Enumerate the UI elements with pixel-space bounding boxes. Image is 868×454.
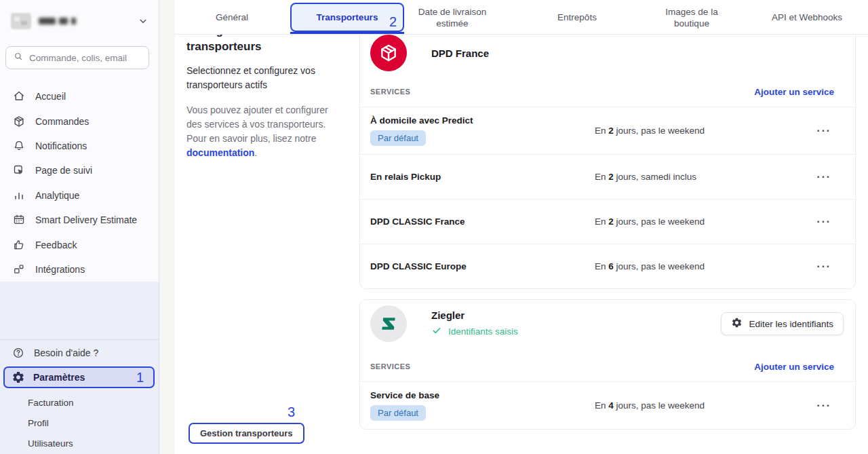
home-icon xyxy=(12,90,26,103)
sidebar-item-analytique[interactable]: Analytique xyxy=(0,183,159,208)
tab-label: Général xyxy=(216,12,248,23)
question-circle-icon xyxy=(12,346,25,360)
sidebar-item-smart-delivery-estimate[interactable]: Smart Delivery Estimate xyxy=(0,208,159,232)
global-search[interactable] xyxy=(5,46,149,69)
bell-icon xyxy=(12,139,26,153)
service-name: Service de base xyxy=(370,390,588,400)
sidebar-item-label: Notifications xyxy=(35,140,87,151)
annotation-step-1: 1 xyxy=(136,370,144,385)
sidebar-item-label: Commandes xyxy=(35,116,89,127)
tab-images-de-la-boutique[interactable]: Images de la boutique xyxy=(658,0,726,35)
sidebar-item-label: Page de suivi xyxy=(35,165,92,176)
service-delay: En 6 jours, pas le weekend xyxy=(595,261,810,271)
services-header: SERVICES Ajouter un service xyxy=(360,352,855,381)
ellipsis-menu-icon[interactable]: ··· xyxy=(810,399,837,413)
sidebar-item-commandes[interactable]: Commandes xyxy=(0,109,159,133)
service-name: En relais Pickup xyxy=(370,172,588,182)
settings-tabs: Général2TransporteursDate de livraison e… xyxy=(175,0,868,35)
services-label: SERVICES xyxy=(370,88,410,96)
sidebar-item-label: Paramètres xyxy=(33,372,85,383)
sidebar: Accueil Commandes Notifications Page de … xyxy=(0,0,159,454)
sidebar-item-accueil[interactable]: Accueil xyxy=(0,84,159,109)
service-row-service-de-base: Service de base Par défaut En 4 jours, p… xyxy=(360,381,855,429)
company-logo xyxy=(11,13,31,29)
default-badge: Par défaut xyxy=(370,405,426,421)
service-name: À domicile avec Predict xyxy=(370,115,588,126)
annotation-step-3: 3 xyxy=(288,404,295,420)
service-delay: En 2 jours, pas le weekend xyxy=(595,216,810,227)
documentation-link[interactable]: documentation xyxy=(186,147,254,158)
sidebar-item-notifications[interactable]: Notifications xyxy=(0,134,159,158)
sidebar-subitem-profil[interactable]: Profil xyxy=(0,413,159,433)
sidebar-item-label: Analytique xyxy=(35,190,79,201)
add-service-link[interactable]: Ajouter un service xyxy=(754,87,834,97)
content-gutter xyxy=(159,0,175,454)
carrier-name: DPD France xyxy=(431,48,489,59)
sidebar-item-label: Besoin d'aide ? xyxy=(34,347,98,358)
sidebar-item-integrations[interactable]: Intégrations xyxy=(0,257,159,282)
blocks-icon xyxy=(12,263,26,276)
sidebar-subitem-facturation[interactable]: Facturation xyxy=(0,392,159,413)
tab-label: Entrepôts xyxy=(557,12,597,23)
sidebar-nav: Accueil Commandes Notifications Page de … xyxy=(0,69,159,282)
calendar-icon xyxy=(12,213,26,227)
service-delay: En 2 jours, pas le weekend xyxy=(595,126,810,136)
sidebar-item-page-de-suivi[interactable]: Page de suivi xyxy=(0,158,159,183)
company-name-redacted xyxy=(39,18,76,24)
service-delay: En 2 jours, samedi inclus xyxy=(595,172,810,182)
credentials-status-label: Identifiants saisis xyxy=(448,326,518,337)
carriers-panel: DPD France SERVICES Ajouter un service À… xyxy=(359,0,856,430)
service-name: DPD CLASSIC France xyxy=(370,216,588,227)
carrier-card-dpd-france: DPD France SERVICES Ajouter un service À… xyxy=(359,29,856,289)
sidebar-item-label: Smart Delivery Estimate xyxy=(35,214,137,225)
app-root: Accueil Commandes Notifications Page de … xyxy=(0,0,868,454)
sidebar-item-label: Intégrations xyxy=(35,264,85,275)
tab-entrepots[interactable]: Entrepôts xyxy=(536,0,618,35)
sidebar-top: Accueil Commandes Notifications Page de … xyxy=(0,0,159,282)
tab-label: Transporteurs xyxy=(317,12,378,23)
sidebar-bottom-section: Besoin d'aide ? Paramètres 1 Facturation… xyxy=(0,339,159,454)
tab-general[interactable]: Général xyxy=(188,0,276,35)
account-switcher[interactable] xyxy=(0,0,159,42)
service-row-dpd-classic-europe: DPD CLASSIC Europe En 6 jours, pas le we… xyxy=(360,244,855,288)
check-icon xyxy=(431,325,442,339)
sidebar-item-label: Feedback xyxy=(35,240,77,250)
tracking-page-icon xyxy=(12,164,26,177)
ellipsis-menu-icon[interactable]: ··· xyxy=(810,170,837,184)
sidebar-subitem-utilisateurs[interactable]: Utilisateurs xyxy=(0,433,159,453)
tab-label: API et Webhooks xyxy=(772,12,842,23)
service-row-a-domicile-avec-predict: À domicile avec Predict Par défaut En 2 … xyxy=(360,107,855,154)
page-description: Vous pouvez ajouter et configurer des se… xyxy=(186,103,342,160)
tab-transporteurs[interactable]: Transporteurs xyxy=(290,0,404,35)
carrier-header: Ziegler Identifiants saisis Editer les i… xyxy=(360,300,855,342)
edit-credentials-button[interactable]: Editer les identifiants xyxy=(721,312,844,335)
manage-carriers-button[interactable]: Gestion transporteurs xyxy=(189,423,304,444)
carrier-name: Ziegler xyxy=(431,309,518,321)
settings-sub-menu: FacturationProfilUtilisateurs xyxy=(0,392,159,453)
credentials-status: Identifiants saisis xyxy=(431,325,518,339)
carrier-card-ziegler: Ziegler Identifiants saisis Editer les i… xyxy=(359,299,856,430)
service-name: DPD CLASSIC Europe xyxy=(370,261,588,271)
tab-api-et-webhooks[interactable]: API et Webhooks xyxy=(756,0,858,35)
default-badge: Par défaut xyxy=(370,130,426,146)
add-service-link[interactable]: Ajouter un service xyxy=(754,362,834,372)
services-header: SERVICES Ajouter un service xyxy=(360,77,855,107)
ziegler-z-icon xyxy=(370,305,407,342)
chevron-down-icon[interactable] xyxy=(137,15,149,27)
sidebar-item-help[interactable]: Besoin d'aide ? xyxy=(0,341,159,364)
edit-credentials-label: Editer les identifiants xyxy=(749,319,833,329)
services-label: SERVICES xyxy=(370,362,410,371)
search-input[interactable] xyxy=(29,53,138,63)
ellipsis-menu-icon[interactable]: ··· xyxy=(810,260,837,273)
page-subtitle: Selectionnez et configurez vos transport… xyxy=(186,64,336,92)
search-icon xyxy=(13,51,24,64)
gear-icon xyxy=(12,371,25,384)
package-icon xyxy=(12,115,26,128)
sidebar-item-parametres[interactable]: Paramètres 1 xyxy=(3,366,155,388)
ellipsis-menu-icon[interactable]: ··· xyxy=(810,215,837,229)
service-row-dpd-classic-france: DPD CLASSIC France En 2 jours, pas le we… xyxy=(360,199,855,244)
service-row-en-relais-pickup: En relais Pickup En 2 jours, samedi incl… xyxy=(360,154,855,199)
ellipsis-menu-icon[interactable]: ··· xyxy=(810,124,837,138)
sidebar-item-feedback[interactable]: Feedback xyxy=(0,232,159,257)
tab-date-de-livraison-estimee[interactable]: Date de livraison estimée xyxy=(410,0,495,35)
